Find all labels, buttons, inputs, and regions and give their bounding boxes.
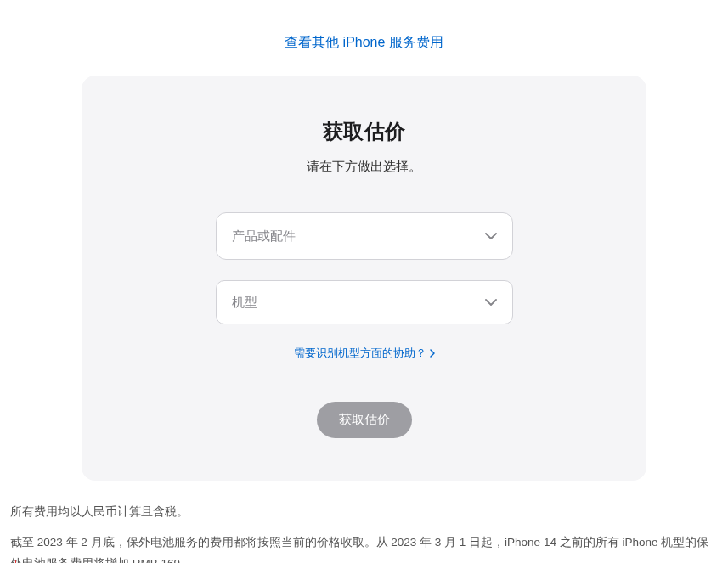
card-title: 获取估价 bbox=[116, 118, 612, 145]
footer-text: 所有费用均以人民币计算且含税。 截至 2023 年 2 月底，保外电池服务的费用… bbox=[8, 501, 720, 563]
view-other-services-link[interactable]: 查看其他 iPhone 服务费用 bbox=[285, 35, 443, 49]
product-select[interactable]: 产品或配件 bbox=[216, 212, 513, 260]
footer-line-2: 截至 2023 年 2 月底，保外电池服务的费用都将按照当前的价格收取。从 20… bbox=[10, 536, 708, 563]
footer-line-1: 所有费用均以人民币计算且含税。 bbox=[10, 501, 718, 523]
help-link-text: 需要识别机型方面的协助？ bbox=[294, 346, 426, 361]
get-estimate-button[interactable]: 获取估价 bbox=[317, 402, 412, 438]
help-link-wrapper: 需要识别机型方面的协助？ bbox=[116, 345, 612, 361]
product-select-placeholder: 产品或配件 bbox=[232, 228, 296, 245]
footer-line-2-part2: 费用将增加 RMB 169。 bbox=[70, 557, 192, 563]
model-select-wrapper: 机型 bbox=[216, 280, 513, 324]
page-container: 查看其他 iPhone 服务费用 获取估价 请在下方做出选择。 产品或配件 机型 bbox=[0, 0, 728, 563]
card-subtitle: 请在下方做出选择。 bbox=[116, 159, 612, 175]
model-select-placeholder: 机型 bbox=[232, 295, 257, 311]
identify-model-help-link[interactable]: 需要识别机型方面的协助？ bbox=[294, 346, 435, 361]
chevron-right-icon bbox=[430, 349, 435, 358]
top-link-wrapper: 查看其他 iPhone 服务费用 bbox=[8, 0, 720, 76]
model-select[interactable]: 机型 bbox=[216, 280, 513, 324]
product-select-wrapper: 产品或配件 bbox=[216, 212, 513, 260]
estimate-card: 获取估价 请在下方做出选择。 产品或配件 机型 需要识别机型方面的协助？ bbox=[82, 76, 646, 481]
chevron-down-icon bbox=[485, 299, 497, 306]
chevron-down-icon bbox=[485, 233, 497, 239]
